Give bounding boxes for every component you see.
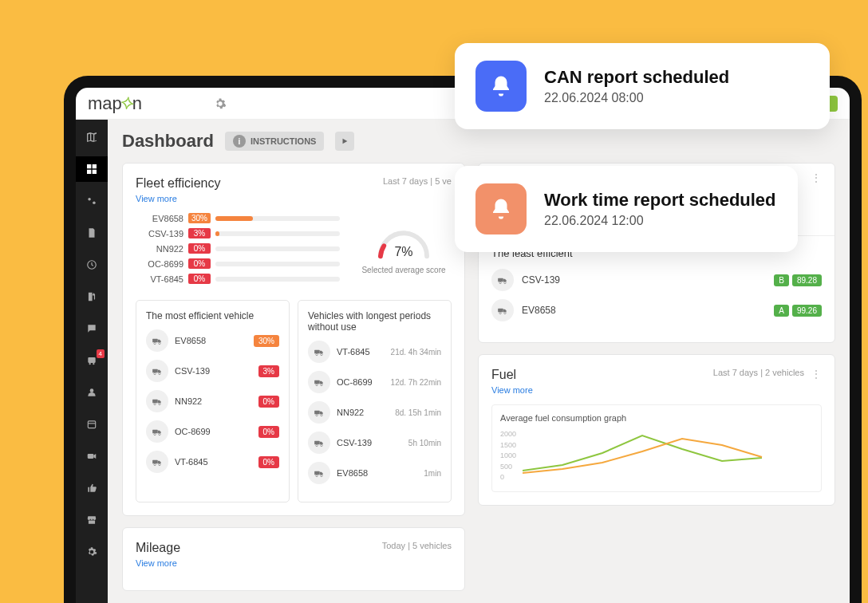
nav-time[interactable]	[76, 252, 108, 278]
percent-badge: 3%	[258, 365, 279, 377]
list-item[interactable]: VT-684521d. 4h 34min	[308, 341, 441, 363]
vehicle-name: NN922	[175, 396, 202, 406]
truck-icon	[308, 401, 330, 424]
list-item[interactable]: VT-68450%	[146, 451, 279, 473]
percent-badge: 0%	[258, 396, 279, 408]
ytick: 1500	[500, 440, 516, 451]
vehicle-name: CSV-139	[337, 438, 372, 447]
fleet-efficiency-card: Fleet efficiency View more Last 7 days |…	[122, 163, 465, 516]
side-nav: 4	[76, 120, 108, 603]
list-item[interactable]: OC-86990%	[146, 420, 279, 443]
app-screen: map⟡n OCK 4	[76, 88, 850, 603]
vehicle-name: CSV-139	[175, 366, 210, 376]
list-item[interactable]: CSV-139B89.28	[491, 269, 822, 291]
nav-store[interactable]	[76, 507, 108, 533]
nav-settings[interactable]	[76, 539, 108, 565]
gauge-label: Selected average score	[361, 266, 445, 274]
vehicle-label: EV8658	[136, 214, 183, 223]
notification-title: CAN report scheduled	[544, 67, 729, 88]
svg-point-40	[499, 282, 501, 283]
play-button[interactable]	[335, 132, 354, 151]
card-menu-button[interactable]: ⋮	[811, 368, 822, 380]
bar-track	[215, 277, 340, 282]
card-title: Fleet efficiency	[136, 176, 220, 191]
svg-point-17	[159, 403, 160, 404]
bell-icon	[475, 183, 527, 235]
chat-icon	[86, 323, 97, 334]
nav-routes[interactable]	[76, 188, 108, 214]
notification-time: 22.06.2024 08:00	[544, 91, 729, 105]
list-item[interactable]: EV86581min	[308, 462, 441, 484]
efficiency-bar-row: VT-6845 0%	[136, 274, 340, 284]
percent-badge: 0%	[258, 426, 279, 438]
truck-icon	[491, 269, 514, 291]
list-item[interactable]: CSV-1395h 10min	[308, 432, 441, 454]
truck-icon	[146, 451, 168, 473]
view-more-link[interactable]: View more	[491, 385, 533, 395]
notification-card[interactable]: CAN report scheduled 22.06.2024 08:00	[455, 43, 830, 129]
range-label: Last 7 days | 2 vehicles	[713, 368, 804, 377]
svg-point-41	[504, 282, 506, 283]
svg-point-20	[159, 433, 160, 435]
view-more-link[interactable]: View more	[136, 194, 220, 203]
svg-point-25	[316, 353, 318, 355]
nav-profile[interactable]	[76, 380, 108, 405]
vehicle-name: VT-6845	[175, 457, 208, 467]
nav-chat[interactable]	[76, 316, 108, 341]
thumb-icon	[86, 483, 97, 494]
svg-point-4	[89, 363, 91, 365]
nav-vehicles[interactable]: 4	[76, 348, 108, 373]
list-item[interactable]: EV8658A99.26	[491, 299, 822, 321]
vehicle-name: EV8658	[175, 336, 206, 345]
efficiency-bar-row: NN922 0%	[136, 243, 340, 254]
percent-badge: 0%	[188, 243, 211, 254]
list-item[interactable]: NN9220%	[146, 390, 279, 412]
nav-badge: 4	[97, 349, 105, 358]
notification-card[interactable]: Work time report scheduled 22.06.2024 12…	[455, 166, 798, 252]
percent-badge: 0%	[188, 274, 211, 284]
view-more-link[interactable]: View more	[136, 558, 180, 568]
svg-point-43	[499, 312, 501, 313]
bar-track	[215, 216, 340, 221]
nav-camera[interactable]	[76, 443, 108, 469]
percent-badge: 3%	[188, 228, 211, 238]
instructions-button[interactable]: i INSTRUCTIONS	[225, 132, 325, 151]
y-axis-labels: 2000150010005000	[500, 429, 516, 483]
logo-text-pre: map	[88, 93, 122, 114]
nav-maintenance[interactable]	[76, 475, 108, 501]
vehicle-label: OC-8699	[136, 259, 183, 269]
svg-rect-30	[314, 411, 319, 415]
nav-calendar[interactable]	[76, 412, 108, 437]
instructions-label: INSTRUCTIONS	[251, 136, 317, 146]
info-icon: i	[233, 135, 246, 148]
svg-rect-18	[152, 430, 157, 434]
nav-fuel[interactable]	[76, 284, 108, 309]
svg-point-32	[321, 414, 322, 416]
map-icon	[85, 131, 98, 144]
list-item[interactable]: EV865830%	[146, 329, 279, 352]
nav-map[interactable]	[76, 124, 108, 150]
svg-point-0	[88, 198, 91, 201]
nav-documents[interactable]	[76, 220, 108, 246]
list-item[interactable]: CSV-1393%	[146, 360, 279, 382]
svg-point-5	[93, 363, 94, 365]
svg-point-35	[321, 444, 322, 446]
vehicle-name: CSV-139	[522, 274, 560, 286]
svg-point-14	[159, 372, 160, 374]
card-menu-button[interactable]: ⋮	[811, 171, 822, 184]
grade-badge: A99.26	[774, 305, 822, 317]
truck-icon	[146, 329, 168, 352]
nav-dashboard[interactable]	[76, 156, 108, 182]
calendar-icon	[86, 419, 97, 430]
truck-icon	[308, 462, 330, 484]
truck-icon	[308, 341, 330, 363]
list-item[interactable]: OC-869912d. 7h 22min	[308, 371, 441, 393]
duration-label: 21d. 4h 34min	[391, 348, 441, 357]
longest-idle-card: Vehicles with longest periods without us…	[298, 300, 452, 503]
svg-point-28	[316, 384, 318, 385]
list-item[interactable]: NN9228d. 15h 1min	[308, 401, 441, 424]
fuel-graph: Average fuel consumption graph 200015001…	[491, 404, 822, 492]
ytick: 1000	[500, 451, 516, 462]
svg-point-13	[154, 372, 156, 374]
settings-button[interactable]	[214, 97, 227, 110]
